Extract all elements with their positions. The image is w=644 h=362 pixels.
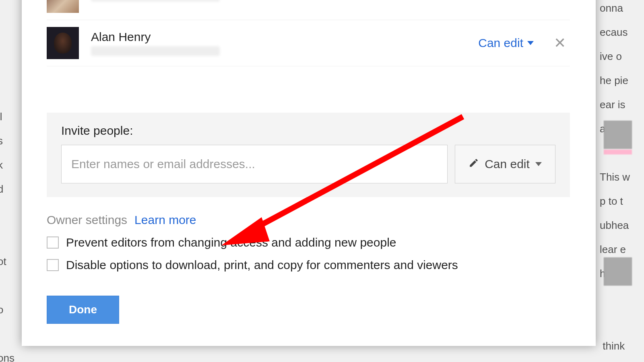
learn-more-link[interactable]: Learn more	[134, 213, 196, 227]
avatar	[47, 0, 79, 13]
sharing-dialog: Alan Henry Can edit ✕ Invite people: Can…	[22, 0, 596, 346]
background-thumbnail	[604, 257, 632, 286]
disable-download-label: Disable options to download, print, and …	[66, 258, 458, 272]
avatar	[47, 27, 79, 59]
invite-input[interactable]	[61, 145, 448, 183]
background-thumbnail	[604, 121, 632, 149]
pencil-icon	[469, 157, 479, 171]
remove-person-button[interactable]: ✕	[550, 35, 570, 51]
owner-settings: Owner settings Learn more Prevent editor…	[47, 213, 458, 272]
invite-permission-label: Can edit	[485, 157, 530, 171]
caret-down-icon	[527, 41, 534, 45]
person-info	[91, 0, 570, 2]
invite-row: Can edit	[61, 145, 555, 183]
person-row	[47, 0, 570, 20]
invite-section: Invite people: Can edit	[47, 113, 570, 197]
redacted-email	[91, 46, 220, 56]
person-name: Alan Henry	[91, 30, 478, 44]
caret-down-icon	[535, 162, 542, 166]
invite-label: Invite people:	[61, 124, 555, 138]
done-button[interactable]: Done	[47, 296, 119, 324]
done-button-label: Done	[69, 303, 97, 316]
person-row: Alan Henry Can edit ✕	[47, 20, 570, 66]
background-text-left: il s k d ot o ons	[0, 0, 22, 362]
background-accent	[604, 150, 632, 154]
person-info: Alan Henry	[91, 30, 478, 56]
owner-settings-heading: Owner settings	[47, 213, 127, 227]
disable-download-checkbox[interactable]	[47, 259, 59, 271]
close-icon: ✕	[554, 35, 566, 51]
prevent-editors-checkbox[interactable]	[47, 237, 59, 249]
prevent-editors-label: Prevent editors from changing access and…	[66, 236, 396, 249]
redacted-email	[91, 0, 220, 2]
permission-dropdown[interactable]: Can edit	[478, 36, 550, 50]
background-text-right: onna ecaus ive o he pie ear is aveat Thi…	[600, 0, 644, 362]
permission-label: Can edit	[478, 36, 523, 50]
invite-permission-button[interactable]: Can edit	[455, 145, 555, 183]
